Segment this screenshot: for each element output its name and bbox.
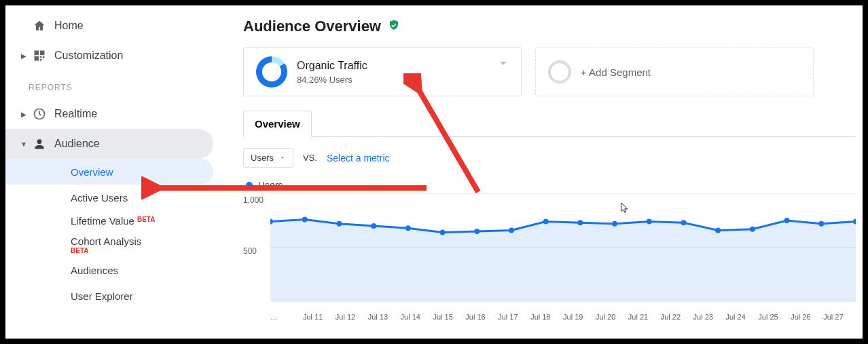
sidebar: Home ▶ Customization REPORTS ▶ Realtime … xyxy=(5,5,223,339)
x-tick: Jul 25 xyxy=(758,313,791,321)
person-icon xyxy=(29,137,54,151)
sub-label: Cohort Analysis xyxy=(71,235,141,247)
caret-down-icon xyxy=(279,153,286,163)
segment-subtitle: 84.26% Users xyxy=(297,75,367,85)
beta-badge: BETA xyxy=(5,247,223,254)
svg-point-23 xyxy=(715,227,721,233)
svg-point-12 xyxy=(336,221,342,227)
tab-overview[interactable]: Overview xyxy=(243,111,312,137)
x-tick: Jul 21 xyxy=(628,313,661,321)
page-title: Audience Overview xyxy=(243,18,381,35)
home-icon xyxy=(29,19,54,33)
svg-point-25 xyxy=(784,218,790,223)
caret-right-icon: ▶ xyxy=(19,52,29,60)
sub-label: Active Users xyxy=(71,192,128,204)
svg-rect-5 xyxy=(40,59,42,61)
caret-right-icon: ▶ xyxy=(19,111,29,118)
svg-rect-1 xyxy=(40,51,45,56)
svg-rect-2 xyxy=(35,56,39,61)
x-tick: Jul 20 xyxy=(596,313,628,321)
vs-label: VS. xyxy=(303,153,317,163)
svg-point-19 xyxy=(577,220,583,225)
beta-badge: BETA xyxy=(137,216,155,223)
y-tick-500: 500 xyxy=(243,246,257,256)
sidebar-sub-user-explorer[interactable]: User Explorer xyxy=(5,283,213,309)
svg-point-11 xyxy=(302,216,308,222)
segment-title: Organic Traffic xyxy=(297,60,367,72)
tabbar: Overview xyxy=(243,110,856,137)
sidebar-label-audience: Audience xyxy=(54,138,213,150)
x-tick: … xyxy=(270,313,303,321)
sidebar-sub-audiences[interactable]: Audiences xyxy=(5,257,213,283)
x-tick: Jul 12 xyxy=(336,313,368,321)
select-metric-link[interactable]: Select a metric xyxy=(327,153,390,164)
svg-point-15 xyxy=(440,230,446,235)
sidebar-item-audience[interactable]: ▼ Audience xyxy=(5,129,213,159)
x-tick: Jul 11 xyxy=(303,313,336,321)
x-tick: Jul 13 xyxy=(368,313,401,321)
x-tick: Jul 15 xyxy=(433,313,465,321)
donut-chart-icon xyxy=(256,56,287,88)
sidebar-label-realtime: Realtime xyxy=(54,108,223,120)
svg-point-26 xyxy=(818,221,824,227)
legend-dot xyxy=(246,182,253,189)
svg-point-7 xyxy=(37,139,42,144)
sub-label: Lifetime Value xyxy=(71,215,134,227)
x-tick: Jul 26 xyxy=(791,313,823,321)
x-tick: Jul 18 xyxy=(530,313,563,321)
empty-circle-icon xyxy=(548,60,571,83)
segment-card-add[interactable]: + Add Segment xyxy=(535,47,814,96)
sidebar-sub-lifetime-value[interactable]: Lifetime Value BETA xyxy=(5,210,213,231)
x-tick: Jul 23 xyxy=(693,313,726,321)
svg-rect-0 xyxy=(35,51,39,56)
x-tick: Jul 19 xyxy=(563,313,596,321)
sidebar-label-home: Home xyxy=(54,20,223,32)
svg-point-13 xyxy=(371,223,376,229)
cursor-icon xyxy=(621,202,630,214)
svg-point-22 xyxy=(681,220,687,225)
sidebar-section-reports: REPORTS xyxy=(5,71,223,99)
x-tick: Jul 16 xyxy=(465,313,498,321)
line-chart: 1,000 500 …Jul 11Jul 12Jul 13Jul 14Jul 1… xyxy=(243,193,856,309)
x-tick: Jul 17 xyxy=(498,313,530,321)
sub-label: Overview xyxy=(71,166,113,178)
svg-point-20 xyxy=(612,221,617,227)
main-content: Audience Overview Organic Traffic 84.26%… xyxy=(223,5,863,339)
sub-label: User Explorer xyxy=(71,290,133,302)
metric-dropdown-label: Users xyxy=(251,153,274,163)
y-tick-1000: 1,000 xyxy=(243,195,264,205)
dashboard-icon xyxy=(29,49,54,62)
x-tick: Jul 27 xyxy=(823,313,856,321)
sidebar-sub-overview[interactable]: Overview xyxy=(5,159,213,185)
x-tick: Jul 24 xyxy=(725,313,758,321)
sub-label: Audiences xyxy=(71,265,118,276)
svg-point-18 xyxy=(543,219,549,225)
sidebar-item-realtime[interactable]: ▶ Realtime xyxy=(5,99,223,129)
svg-point-24 xyxy=(750,227,755,232)
chevron-down-icon[interactable] xyxy=(495,55,511,74)
sidebar-sub-active-users[interactable]: Active Users xyxy=(5,185,213,210)
svg-rect-3 xyxy=(40,56,42,58)
svg-point-21 xyxy=(647,219,652,225)
svg-rect-4 xyxy=(43,56,45,58)
segment-card-organic[interactable]: Organic Traffic 84.26% Users xyxy=(243,47,522,96)
sidebar-item-home[interactable]: Home xyxy=(5,11,223,41)
verified-shield-icon xyxy=(388,19,400,34)
svg-point-16 xyxy=(474,229,480,234)
svg-point-17 xyxy=(509,227,514,233)
clock-icon xyxy=(29,107,54,121)
x-tick: Jul 14 xyxy=(401,313,433,321)
metric-dropdown[interactable]: Users xyxy=(243,148,293,168)
legend-users: Users xyxy=(258,180,283,191)
caret-down-icon: ▼ xyxy=(19,140,29,148)
svg-point-14 xyxy=(405,225,411,231)
x-tick: Jul 22 xyxy=(661,313,693,321)
sidebar-label-customization: Customization xyxy=(54,50,223,62)
x-axis: …Jul 11Jul 12Jul 13Jul 14Jul 15Jul 16Jul… xyxy=(270,313,856,321)
sidebar-item-customization[interactable]: ▶ Customization xyxy=(5,41,223,71)
add-segment-label: + Add Segment xyxy=(581,66,651,78)
